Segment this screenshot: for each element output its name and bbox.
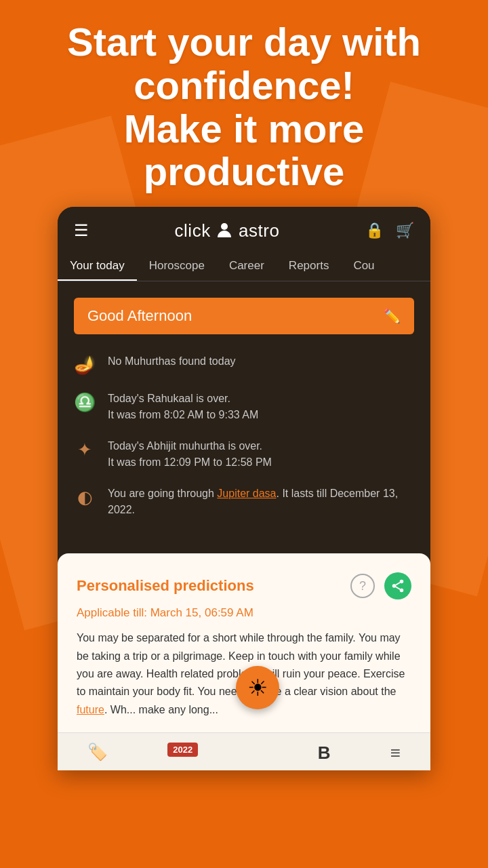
list-icon: ≡ <box>390 743 401 764</box>
nav-blog[interactable]: B <box>318 743 331 764</box>
bottom-nav: 🏷️ 2022 ☀ B ≡ <box>58 732 430 770</box>
muhurtha-row: 🪔 No Muhurthas found today <box>74 353 414 376</box>
svg-point-3 <box>400 589 404 593</box>
tab-your-today[interactable]: Your today <box>58 251 137 281</box>
headline-line3: Make it more productive <box>124 106 365 194</box>
predictions-card: Personalised predictions ? Applicable ti… <box>58 553 430 732</box>
star-icon: ✦ <box>74 439 96 460</box>
person-icon <box>216 221 233 239</box>
rahukaal-line1: Today's Rahukaal is over. <box>108 391 258 407</box>
dasa-text: You are going through Jupiter dasa. It l… <box>108 486 414 518</box>
card-actions: ? <box>350 572 411 599</box>
tag-icon: 🏷️ <box>87 743 108 762</box>
year-badge: 2022 <box>167 743 198 757</box>
rahukaal-text: Today's Rahukaal is over. It was from 8:… <box>108 391 258 423</box>
abhijit-line1: Today's Abhijit muhurtha is over. <box>108 438 272 454</box>
muhurtha-text: No Muhurthas found today <box>108 353 236 370</box>
card-title: Personalised predictions <box>77 577 254 595</box>
promo-header: Start your day with confidence! Make it … <box>0 0 488 207</box>
blog-icon: B <box>318 743 331 764</box>
svg-point-1 <box>400 580 404 584</box>
menu-icon[interactable]: ☰ <box>74 221 89 240</box>
abhijit-line2: It was from 12:09 PM to 12:58 PM <box>108 454 272 471</box>
jupiter-link[interactable]: Jupiter dasa <box>217 488 276 499</box>
app-content: Good Afternoon ✏️ 🪔 No Muhurthas found t… <box>58 281 430 553</box>
abhijit-text: Today's Abhijit muhurtha is over. It was… <box>108 438 272 471</box>
greeting-text: Good Afternoon <box>87 307 192 325</box>
sun-icon: ☀ <box>247 674 268 701</box>
phone-mockup: ☰ click astro 🔒 🛒 Your today Horoscope C… <box>58 207 430 770</box>
svg-point-2 <box>392 584 396 588</box>
rahukaal-row: ♎ Today's Rahukaal is over. It was from … <box>74 391 414 423</box>
lock-icon[interactable]: 🔒 <box>365 222 384 239</box>
scales-icon: ♎ <box>74 392 96 413</box>
app-logo: click astro <box>175 219 280 241</box>
future-link[interactable]: future <box>77 704 104 715</box>
lamp-icon: 🪔 <box>74 355 96 376</box>
headline-line2: confidence! <box>134 63 354 107</box>
tab-cou[interactable]: Cou <box>341 251 386 281</box>
moon-icon: ◐ <box>74 487 96 508</box>
tab-reports[interactable]: Reports <box>277 251 342 281</box>
header-icons: 🔒 🛒 <box>365 222 414 239</box>
abhijit-row: ✦ Today's Abhijit muhurtha is over. It w… <box>74 438 414 471</box>
app-header: ☰ click astro 🔒 🛒 <box>58 207 430 241</box>
card-header: Personalised predictions ? <box>77 572 411 599</box>
svg-point-0 <box>221 223 228 230</box>
nav-tag[interactable]: 🏷️ <box>87 743 108 764</box>
rahukaal-line2: It was from 8:02 AM to 9:33 AM <box>108 407 258 423</box>
dasa-row: ◐ You are going through Jupiter dasa. It… <box>74 486 414 518</box>
svg-line-4 <box>396 587 400 590</box>
share-button[interactable] <box>384 572 411 599</box>
applicable-text: Applicable till: March 15, 06:59 AM <box>77 606 411 620</box>
sun-fab-button[interactable]: ☀ <box>236 666 279 709</box>
help-button[interactable]: ? <box>350 574 375 598</box>
nav-year[interactable]: 2022 <box>167 743 198 764</box>
nav-list[interactable]: ≡ <box>390 743 401 764</box>
edit-icon[interactable]: ✏️ <box>384 308 401 324</box>
nav-tabs: Your today Horoscope Career Reports Cou <box>58 251 430 281</box>
headline-line1: Start your day with <box>67 20 421 64</box>
greeting-bar: Good Afternoon ✏️ <box>74 298 414 334</box>
cart-icon[interactable]: 🛒 <box>396 222 414 239</box>
tab-horoscope[interactable]: Horoscope <box>137 251 217 281</box>
svg-line-5 <box>396 583 400 585</box>
tab-career[interactable]: Career <box>217 251 277 281</box>
